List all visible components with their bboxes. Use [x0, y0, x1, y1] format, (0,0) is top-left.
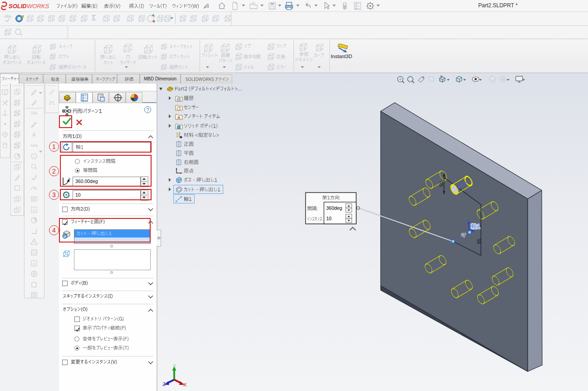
svg-text:10: 10 — [326, 216, 332, 221]
svg-text:A: A — [177, 115, 181, 120]
svg-text:A: A — [33, 208, 35, 213]
svg-text:WORKS: WORKS — [27, 3, 49, 10]
svg-text:SOLID: SOLID — [9, 3, 27, 10]
svg-text:1: 1 — [33, 154, 35, 158]
svg-text:X: X — [183, 382, 187, 387]
svg-text:A: A — [32, 132, 36, 138]
svg-text:AAA: AAA — [30, 144, 38, 148]
svg-text:Abc: Abc — [4, 14, 12, 19]
svg-text:360deg: 360deg — [326, 205, 342, 211]
svg-text:50: 50 — [439, 181, 444, 187]
svg-text:Y: Y — [173, 363, 176, 369]
svg-text:Abc: Abc — [31, 111, 38, 115]
svg-text:Z: Z — [162, 381, 166, 387]
svg-text:85: 85 — [476, 238, 482, 244]
svg-text:A: A — [33, 262, 35, 266]
